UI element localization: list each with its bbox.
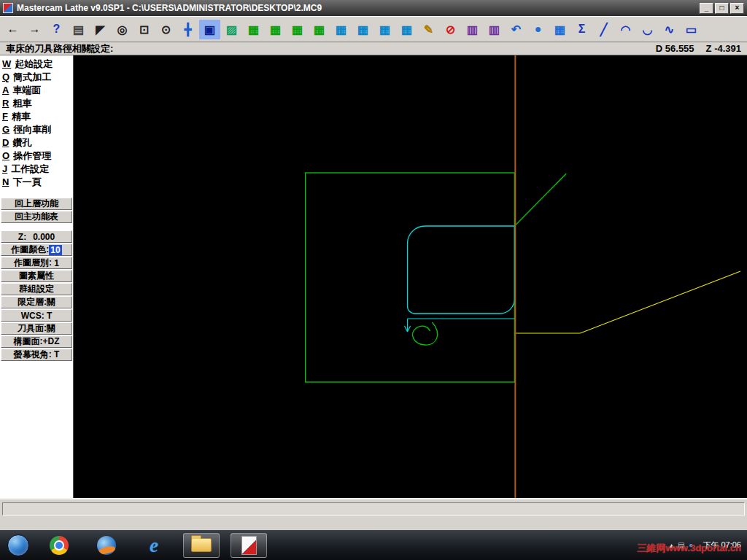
part-profile[interactable] bbox=[408, 226, 515, 314]
icon-glyph: ▦ bbox=[336, 23, 347, 36]
graphics-area[interactable] bbox=[74, 55, 747, 498]
show-hidden-icons[interactable]: ▴ bbox=[670, 542, 673, 549]
delete-icon[interactable]: ⊘ bbox=[440, 20, 461, 39]
gview-cube-front-icon[interactable]: ▦ bbox=[265, 20, 286, 39]
icon-glyph: ▭ bbox=[686, 23, 697, 36]
notepad-icon[interactable]: ▤ bbox=[68, 20, 89, 39]
sidebar-status-button[interactable]: 限定層:關 bbox=[1, 296, 72, 308]
toolpath-lines[interactable] bbox=[514, 271, 740, 333]
cplane-cube-top-icon[interactable]: ▦ bbox=[330, 20, 352, 39]
pan-icon[interactable]: ╋ bbox=[177, 20, 198, 39]
help-icon[interactable]: ? bbox=[46, 20, 67, 39]
status-button-label: WCS: T bbox=[21, 311, 53, 321]
start-button[interactable] bbox=[7, 534, 29, 556]
zoom-icon[interactable]: ◎ bbox=[112, 20, 133, 39]
draw-level-value: 1 bbox=[54, 258, 59, 268]
pencil-icon[interactable]: ✎ bbox=[418, 20, 439, 39]
taskbar-chrome[interactable] bbox=[41, 533, 77, 558]
unzoom-icon[interactable]: ⊙ bbox=[155, 20, 177, 39]
undelete-icon[interactable]: ▥ bbox=[462, 20, 483, 39]
draw-color-button[interactable]: 作圖顏色: 10 bbox=[1, 244, 72, 256]
undo-icon[interactable]: ↶ bbox=[506, 20, 527, 39]
coord-d: D 56.555 bbox=[656, 43, 694, 54]
menu-item[interactable]: G徑向車削 bbox=[1, 123, 72, 136]
icon-glyph: ▦ bbox=[401, 23, 412, 36]
menu-label: 精車 bbox=[12, 111, 31, 122]
workspace: W起始設定 Q簡式加工 A車端面 R粗車 F精車 bbox=[0, 55, 747, 498]
gview-cube-top-icon[interactable]: ▦ bbox=[243, 20, 264, 39]
network-icon[interactable]: ▤ bbox=[678, 542, 684, 549]
sidebar-status-button[interactable]: 圖素屬性 bbox=[1, 270, 72, 282]
window-title: Mastercam Lathe v9.0SP1 - C:\USERS\ADMIN… bbox=[17, 3, 700, 13]
menu-hotkey: W bbox=[2, 58, 11, 69]
titlebar[interactable]: Mastercam Lathe v9.0SP1 - C:\USERS\ADMIN… bbox=[0, 0, 747, 16]
sidebar-status-button[interactable]: 刀具面:關 bbox=[1, 322, 72, 335]
stock-boundary-rect[interactable] bbox=[306, 173, 515, 382]
coord-z: Z -4.391 bbox=[706, 43, 741, 54]
fillet-icon[interactable]: ◡ bbox=[637, 20, 658, 39]
menu-item[interactable]: W起始設定 bbox=[1, 58, 72, 71]
tool-tip-curl[interactable] bbox=[413, 322, 438, 345]
repaint-icon[interactable]: ▨ bbox=[221, 20, 242, 39]
menu-item[interactable]: J工作設定 bbox=[1, 163, 72, 176]
cplane-cube-front-icon[interactable]: ▦ bbox=[352, 20, 374, 39]
screen-menu-icon[interactable]: ▦ bbox=[549, 20, 570, 39]
icon-glyph: ⊙ bbox=[161, 23, 171, 36]
icon-glyph: ▦ bbox=[292, 23, 303, 36]
taskbar-media-player[interactable] bbox=[88, 533, 125, 558]
menu-label: 起始設定 bbox=[15, 58, 53, 69]
update-icon[interactable]: ● bbox=[689, 542, 693, 549]
lead-in-line[interactable] bbox=[514, 174, 566, 226]
menu-item[interactable]: F精車 bbox=[1, 110, 72, 123]
sidebar-status-button[interactable]: 螢幕視角: T bbox=[1, 349, 72, 361]
folder-icon bbox=[191, 538, 212, 552]
forward-icon[interactable]: → bbox=[24, 20, 45, 39]
fit-screen-icon[interactable]: ▣ bbox=[199, 20, 220, 39]
groove-edge-line[interactable] bbox=[405, 319, 515, 332]
z-depth-button[interactable]: Z: 0.000 bbox=[1, 230, 72, 243]
menu-nav-button[interactable]: 回主功能表 bbox=[1, 211, 72, 223]
toolpath-menu-list: W起始設定 Q簡式加工 A車端面 R粗車 F精車 bbox=[1, 58, 72, 189]
analyze-sigma-icon[interactable]: Σ bbox=[571, 20, 592, 39]
icon-glyph: ⊡ bbox=[139, 23, 149, 36]
media-player-icon bbox=[97, 536, 116, 555]
icon-glyph: ▣ bbox=[204, 23, 215, 36]
restore-button[interactable]: □ bbox=[715, 3, 729, 14]
undelete-all-icon[interactable]: ▥ bbox=[484, 20, 505, 39]
chrome-icon bbox=[50, 536, 69, 555]
draw-level-button[interactable]: 作圖層別: 1 bbox=[1, 257, 72, 269]
back-icon[interactable]: ← bbox=[2, 20, 23, 39]
menu-nav-button[interactable]: 回上層功能 bbox=[1, 198, 72, 210]
taskbar-mastercam[interactable] bbox=[231, 533, 267, 558]
shading-icon[interactable]: ● bbox=[527, 20, 549, 39]
taskbar-clock[interactable]: 下午 07:06 bbox=[703, 540, 741, 551]
cplane-cube-iso-icon[interactable]: ▦ bbox=[396, 20, 417, 39]
menu-item[interactable]: R粗車 bbox=[1, 97, 72, 110]
menu-item[interactable]: N下一頁 bbox=[1, 176, 72, 189]
context-help-icon[interactable]: ◤ bbox=[90, 20, 111, 39]
command-input[interactable] bbox=[2, 502, 745, 516]
taskbar-explorer[interactable] bbox=[183, 533, 220, 558]
menu-item[interactable]: D鑽孔 bbox=[1, 136, 72, 149]
close-button[interactable]: × bbox=[730, 3, 744, 14]
menu-item[interactable]: Q簡式加工 bbox=[1, 71, 72, 84]
menu-item[interactable]: A車端面 bbox=[1, 84, 72, 97]
arc-icon[interactable]: ◠ bbox=[615, 20, 636, 39]
rectangle-icon[interactable]: ▭ bbox=[681, 20, 702, 39]
sidebar-status-button[interactable]: 構圖面:+DZ bbox=[1, 335, 72, 348]
menu-item[interactable]: O操作管理 bbox=[1, 149, 72, 163]
zoom-window-icon[interactable]: ⊡ bbox=[133, 20, 155, 39]
menu-hotkey: Q bbox=[2, 71, 9, 82]
cplane-cube-side-icon[interactable]: ▦ bbox=[374, 20, 395, 39]
minimize-button[interactable]: _ bbox=[700, 3, 713, 14]
line-icon[interactable]: ╱ bbox=[593, 20, 614, 39]
gview-cube-side-icon[interactable]: ▦ bbox=[287, 20, 308, 39]
sidebar-status-button[interactable]: 群組設定 bbox=[1, 283, 72, 295]
icon-glyph: ∿ bbox=[665, 23, 674, 36]
sidebar-status-button[interactable]: WCS: T bbox=[1, 309, 72, 322]
spline-icon[interactable]: ∿ bbox=[659, 20, 680, 39]
icon-glyph: ▦ bbox=[248, 23, 259, 36]
icon-glyph: ? bbox=[53, 23, 61, 36]
gview-cube-iso-icon[interactable]: ▦ bbox=[309, 20, 330, 39]
taskbar-internet-explorer[interactable]: e bbox=[136, 533, 172, 558]
